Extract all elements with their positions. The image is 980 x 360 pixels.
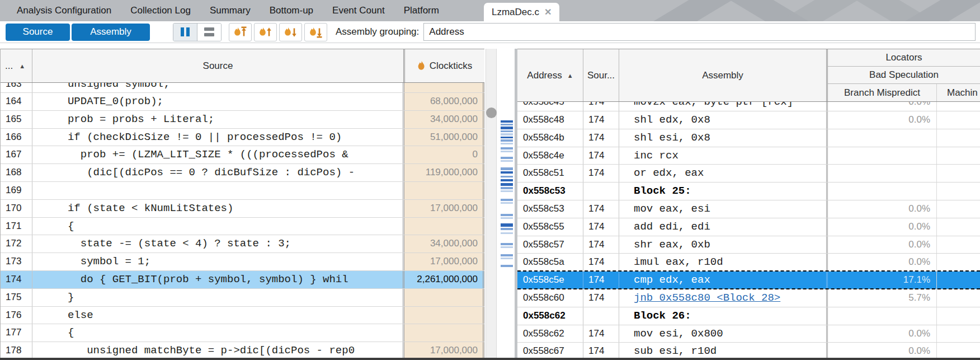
flame-icon <box>417 60 426 71</box>
assembly-instruction: mov eax, esi <box>619 200 828 218</box>
rows-icon[interactable] <box>197 24 221 41</box>
assembly-instruction: cmp edx, eax <box>619 272 828 289</box>
vertical-scrollbar[interactable] <box>486 49 497 360</box>
machine-clears-column-header[interactable]: Machin <box>937 84 980 101</box>
branch-mispredict-value: 0.0% <box>828 325 937 343</box>
source-row-172[interactable]: 172 state -= (state < 4) ? state : 3;34,… <box>1 235 484 253</box>
clockticks-value: 2,261,000,000 <box>404 271 484 288</box>
assembly-row-0x558c53[interactable]: 0x558c53174mov eax, esi0.0% <box>517 200 980 218</box>
source-code: prob += (LZMA_LIT_SIZE * (((processedPos… <box>32 146 404 163</box>
clockticks-column-header[interactable]: Clockticks <box>405 49 484 82</box>
machine-clears-value <box>937 147 980 165</box>
assembly-rows: 0x558c45174movzx eax, byte ptr [rcx]0.0%… <box>517 102 980 360</box>
branch-mispredict-column-header[interactable]: Branch Mispredict <box>828 84 937 101</box>
assembly-block-row-0x558c53[interactable]: 0x558c53Block 25: <box>517 183 980 200</box>
source-row-166[interactable]: 166 if (checkDicSize != 0 || processedPo… <box>1 129 484 147</box>
line-number: 168 <box>1 164 32 181</box>
source-row-169[interactable]: 169 <box>1 182 484 200</box>
close-icon[interactable]: ✕ <box>544 7 552 17</box>
assembly-row-0x558c57[interactable]: 0x558c57174shr eax, 0xb0.0% <box>517 236 980 254</box>
view-toolbar: Source Assembly Assembly grouping: Addre… <box>0 21 980 43</box>
tab-event-count[interactable]: Event Count <box>332 5 385 16</box>
line-number: 169 <box>1 182 32 199</box>
assembly-row-0x558c4e[interactable]: 0x558c4e174inc rcx <box>517 147 980 165</box>
branch-mispredict-value: 0.0% <box>828 102 937 111</box>
hotspot-last-icon[interactable] <box>304 23 327 41</box>
source-line-column-header[interactable]: Sour... <box>583 49 619 101</box>
assembly-block-row-0x558c62[interactable]: 0x558c62Block 26: <box>517 307 980 325</box>
machine-clears-value <box>937 129 980 147</box>
source-row-170[interactable]: 170 if (state < kNumLitStates)17,000,000 <box>1 200 484 218</box>
source-row-176[interactable]: 176 else <box>1 307 484 325</box>
source-code: unsigned symbol; <box>32 83 404 92</box>
assembly-row-0x558c5e[interactable]: 0x558c5e174cmp edx, eax17.1% <box>517 272 980 289</box>
assembly-instruction: shr eax, 0xb <box>619 236 828 254</box>
assembly-row-0x558c62[interactable]: 0x558c62174mov esi, 0x8000.0% <box>517 325 980 343</box>
assembly-column-header[interactable]: Assembly <box>619 49 828 101</box>
line-number: 167 <box>1 146 32 163</box>
branch-mispredict-value: 0.0% <box>828 200 937 218</box>
assembly-row-0x558c60[interactable]: 0x558c60174jnb 0x558c80 <Block 28>5.7% <box>517 289 980 307</box>
line-column-header[interactable]: ... ▲ <box>1 49 32 82</box>
assembly-view-button[interactable]: Assembly <box>72 24 150 41</box>
tab-summary[interactable]: Summary <box>210 5 251 16</box>
source-row-165[interactable]: 165 prob = probs + Literal;34,000,000 <box>1 111 484 129</box>
source-line-number: 174 <box>583 129 619 147</box>
jump-target-link[interactable]: jnb 0x558c80 <Block 28> <box>619 289 828 307</box>
machine-clears-value <box>937 307 980 325</box>
line-number: 174 <box>1 271 32 288</box>
assembly-row-0x558c55[interactable]: 0x558c55174add edi, edi0.0% <box>517 218 980 236</box>
source-grid-header: ... ▲ Source Clockticks <box>1 49 484 83</box>
source-row-173[interactable]: 173 symbol = 1;17,000,000 <box>1 253 484 271</box>
source-line-number: 174 <box>583 147 619 165</box>
pause-icon[interactable] <box>173 24 197 41</box>
source-row-163[interactable]: 163 unsigned symbol; <box>1 83 484 93</box>
source-line-number: 174 <box>583 272 619 289</box>
tab-platform[interactable]: Platform <box>404 5 439 16</box>
assembly-instruction: add edi, edi <box>619 218 828 236</box>
clockticks-value <box>404 324 484 342</box>
assembly-instruction: movzx eax, byte ptr [rcx] <box>619 102 828 111</box>
source-row-168[interactable]: 168 (dic[(dicPos == 0 ? dicBufSize : dic… <box>1 164 484 182</box>
assembly-instruction: shl esi, 0x8 <box>619 129 828 147</box>
hotspot-next-icon[interactable] <box>279 23 302 41</box>
assembly-row-0x558c5a[interactable]: 0x558c5a174imul eax, r10d0.0% <box>517 254 980 272</box>
scrollbar-thumb[interactable] <box>486 107 497 118</box>
source-rows: 163 unsigned symbol;164 UPDATE_0(prob);6… <box>1 83 484 360</box>
source-column-header[interactable]: Source <box>32 49 405 82</box>
source-code: } <box>32 289 404 306</box>
source-code: { <box>32 324 404 342</box>
branch-mispredict-value: 0.0% <box>828 236 937 254</box>
source-code: state -= (state < 4) ? state : 3; <box>32 235 404 253</box>
source-line-number: 174 <box>583 102 619 111</box>
source-row-164[interactable]: 164 UPDATE_0(prob);68,000,000 <box>1 93 484 111</box>
address-column-header[interactable]: Address ▲ <box>517 49 583 101</box>
hotspot-previous-icon[interactable] <box>254 23 277 41</box>
assembly-grouping-select[interactable]: Address <box>423 23 976 41</box>
source-row-167[interactable]: 167 prob += (LZMA_LIT_SIZE * (((processe… <box>1 146 484 164</box>
bad-speculation-header: Bad Speculation <box>828 67 980 84</box>
locators-header-group: Locators Bad Speculation Branch Mispredi… <box>828 49 980 101</box>
assembly-row-0x558c45[interactable]: 0x558c45174movzx eax, byte ptr [rcx]0.0% <box>517 102 980 111</box>
instruction-address: 0x558c45 <box>517 102 583 111</box>
source-line-number: 174 <box>583 289 619 307</box>
assembly-row-0x558c4b[interactable]: 0x558c4b174shl esi, 0x8 <box>517 129 980 147</box>
clockticks-value: 0 <box>404 146 484 163</box>
source-row-174[interactable]: 174 do { GET_BIT(prob + symbol, symbol) … <box>1 271 484 289</box>
instruction-address: 0x558c53 <box>517 200 583 218</box>
source-row-171[interactable]: 171 { <box>1 218 484 236</box>
hotspot-first-icon[interactable] <box>229 23 252 41</box>
source-code: prob = probs + Literal; <box>32 111 404 128</box>
source-code: if (state < kNumLitStates) <box>32 200 404 217</box>
tab-analysis-configuration[interactable]: Analysis Configuration <box>17 5 111 16</box>
source-row-177[interactable]: 177 { <box>1 324 484 342</box>
assembly-row-0x558c48[interactable]: 0x558c48174shl edx, 0x80.0% <box>517 111 980 129</box>
assembly-row-0x558c51[interactable]: 0x558c51174or edx, eax <box>517 165 980 183</box>
machine-clears-value <box>937 236 980 254</box>
source-view-button[interactable]: Source <box>6 24 70 41</box>
source-row-175[interactable]: 175 } <box>1 289 484 307</box>
line-number: 176 <box>1 307 32 324</box>
tab-bottom-up[interactable]: Bottom-up <box>270 5 313 16</box>
tab-collection-log[interactable]: Collection Log <box>130 5 191 16</box>
tab-lzmadec[interactable]: LzmaDec.c ✕ <box>484 3 559 21</box>
